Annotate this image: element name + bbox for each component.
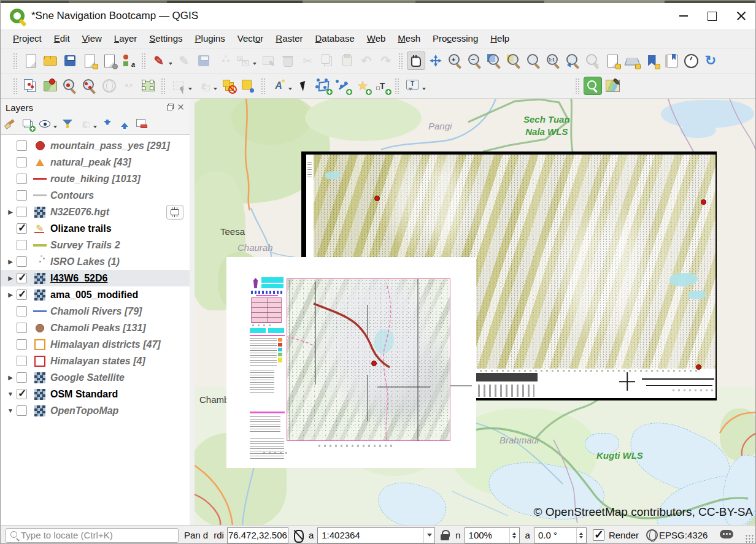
line-annotation-icon[interactable] [334, 77, 352, 95]
spin-arrows-icon[interactable] [576, 528, 586, 543]
menu-project[interactable]: Project [7, 31, 48, 46]
vertex-tool-icon[interactable] [234, 52, 252, 70]
toolbar-grip[interactable] [13, 53, 18, 69]
layer-row[interactable]: Chamoli Rivers [79] [1, 303, 190, 320]
toolbar-grip[interactable] [261, 78, 266, 94]
layer-row[interactable]: route_hiking [1013] [1, 170, 190, 187]
layer-checkbox[interactable] [17, 174, 27, 184]
layer-checkbox[interactable] [17, 256, 27, 267]
georeference-extent-icon[interactable] [139, 77, 158, 95]
toolbar-grip[interactable] [141, 53, 147, 69]
style-manager-icon[interactable]: a [120, 52, 138, 70]
menu-mesh[interactable]: Mesh [392, 31, 426, 46]
new-spatial-bookmark-icon[interactable] [642, 52, 661, 70]
menu-database[interactable]: Database [309, 31, 361, 46]
layer-checkbox[interactable] [17, 389, 27, 399]
menu-vector[interactable]: Vector [231, 31, 270, 46]
text-annotation-icon[interactable]: T [373, 77, 392, 95]
layer-row[interactable]: ▼OSM Standard [1, 386, 190, 402]
toolbar-grip[interactable] [395, 78, 400, 94]
layer-checkbox[interactable] [17, 190, 27, 201]
layer-checkbox[interactable] [17, 405, 27, 416]
layer-checkbox[interactable] [17, 372, 27, 383]
delete-selected-icon[interactable] [279, 52, 297, 70]
crs-indicator[interactable]: EPSG:4326 [659, 530, 708, 540]
layer-expander[interactable]: ▼ [4, 407, 17, 414]
world-icon[interactable] [100, 77, 118, 95]
temporal-controller-icon[interactable] [682, 52, 700, 70]
menu-layer[interactable]: Layer [108, 31, 144, 46]
expand-all-icon[interactable] [99, 116, 115, 132]
zoom-to-layer-icon[interactable] [505, 52, 523, 70]
layer-row[interactable]: natural_peak [43] [1, 154, 190, 170]
menu-plugins[interactable]: Plugins [189, 31, 231, 46]
undo-icon[interactable]: ↶ [357, 52, 376, 70]
layer-checkbox[interactable] [17, 273, 27, 283]
filter-by-expression-dropdown[interactable] [93, 126, 97, 130]
menu-web[interactable]: Web [361, 31, 392, 46]
layer-checkbox[interactable] [17, 289, 27, 300]
add-group-icon[interactable] [20, 116, 36, 132]
select-features-dropdown[interactable] [188, 88, 192, 92]
zoom-next-icon[interactable] [584, 52, 602, 70]
layer-row[interactable]: ▶Google Satellite [1, 369, 190, 386]
toolbar-grip[interactable] [13, 78, 18, 94]
layer-checkbox[interactable] [17, 223, 27, 234]
toolbar-grip[interactable] [161, 78, 166, 94]
layer-labeling-icon[interactable]: A [269, 77, 288, 95]
panel-splitter[interactable] [190, 99, 195, 525]
show-spatial-bookmarks-icon[interactable] [662, 52, 681, 70]
select-pin-icon[interactable] [239, 77, 258, 95]
open-project-icon[interactable] [41, 52, 60, 70]
add-feature-icon[interactable] [214, 52, 233, 70]
chevron-down-icon[interactable] [423, 528, 434, 543]
maximize-button[interactable] [698, 3, 727, 29]
vertex-tool-dropdown[interactable] [253, 63, 256, 67]
paste-features-icon[interactable] [338, 52, 356, 70]
remove-layer-icon[interactable] [134, 116, 150, 132]
add-map-pin-icon[interactable] [41, 77, 60, 95]
manage-map-themes-dropdown[interactable] [53, 126, 57, 130]
cut-features-icon[interactable]: ✂ [298, 52, 317, 70]
manage-map-themes-icon[interactable] [37, 116, 53, 132]
minimize-button[interactable] [669, 3, 698, 29]
layer-expander[interactable]: ▶ [4, 209, 17, 215]
new-map-view-icon[interactable] [603, 52, 622, 70]
layer-expander[interactable]: ▶ [4, 291, 17, 298]
toolbar-grip[interactable] [398, 53, 404, 69]
rotation-spinbox[interactable]: 0.0 ° [534, 527, 587, 543]
layer-checkbox[interactable] [17, 356, 27, 366]
mouse-extents-icon[interactable] [293, 529, 303, 542]
layer-row[interactable]: Contours [1, 187, 190, 204]
map-tips-dropdown[interactable] [422, 88, 426, 92]
layer-expander[interactable]: ▶ [4, 374, 17, 381]
zoom-last-icon[interactable] [564, 52, 582, 70]
layer-row[interactable]: Chamoli Peaks [131] [1, 320, 190, 336]
map-tips-icon[interactable]: T [403, 77, 422, 95]
current-edits-dropdown[interactable] [169, 63, 172, 67]
toolbar-grip[interactable] [575, 78, 580, 94]
copy-coordinates-icon[interactable] [21, 77, 40, 95]
select-features-icon[interactable] [169, 77, 188, 95]
zoom-to-point-icon[interactable] [61, 77, 79, 95]
layer-row[interactable]: Survey Trails 2 [1, 237, 190, 253]
close-button[interactable] [727, 3, 755, 29]
panel-undock-icon[interactable] [165, 103, 175, 112]
open-layer-styling-icon[interactable] [2, 116, 18, 132]
layer-expander[interactable]: ▶ [4, 275, 17, 282]
layer-row[interactable]: Himalayan districts [47] [1, 336, 190, 353]
filter-by-expression-icon[interactable]: ε [77, 116, 93, 132]
new-print-layout-icon[interactable] [80, 52, 99, 70]
deselect-all-icon[interactable] [220, 77, 238, 95]
save-layer-edits-icon[interactable] [195, 52, 213, 70]
messages-icon[interactable] [720, 530, 735, 541]
menu-help[interactable]: Help [484, 31, 515, 46]
layer-checkbox[interactable] [17, 306, 27, 316]
copy-features-icon[interactable] [318, 52, 336, 70]
menu-view[interactable]: View [76, 31, 108, 46]
layer-checkbox[interactable] [17, 207, 27, 217]
zoom-to-points-icon[interactable] [80, 77, 99, 95]
scale-combo[interactable]: 1:402364 [317, 527, 435, 543]
save-project-icon[interactable] [61, 52, 79, 70]
layer-row[interactable]: ▶ISRO Lakes (1) [1, 253, 190, 270]
